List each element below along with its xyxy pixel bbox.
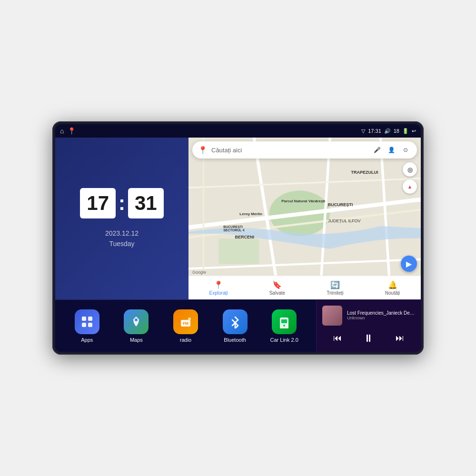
maps-logo-icon: 📍 xyxy=(198,146,208,155)
svg-rect-13 xyxy=(82,323,86,327)
saved-label: Salvate xyxy=(269,290,285,296)
location-icon[interactable]: 📍 xyxy=(68,127,76,135)
radio-icon: FM xyxy=(173,309,198,334)
clock-colon: : xyxy=(119,192,125,215)
send-label: Trimiteți xyxy=(327,290,343,296)
svg-point-18 xyxy=(188,317,191,320)
map-nav-news[interactable]: 🔔 Noutăți xyxy=(381,278,404,298)
search-actions: 🎤 👤 ⊙ xyxy=(371,144,411,156)
play-pause-button[interactable]: ⏸ xyxy=(359,330,377,347)
time-display: 17:31 xyxy=(368,128,381,134)
map-bottom-nav: 📍 Explorați 🔖 Salvate 🔄 Trimiteți � xyxy=(188,276,421,299)
apps-area: Apps Maps xyxy=(55,300,316,352)
clock-panel: 17 : 31 2023.12.12 Tuesday xyxy=(55,138,188,299)
apps-label: Apps xyxy=(81,337,93,343)
map-search-bar[interactable]: 📍 Căutați aici 🎤 👤 ⊙ xyxy=(192,141,417,159)
map-label-bucuresti: BUCUREȘTI xyxy=(328,202,353,207)
next-button[interactable]: ⏭ xyxy=(392,331,408,345)
status-right: ▽ 17:31 🔊 18 🔋 ↩ xyxy=(361,128,416,134)
clock-minute: 31 xyxy=(128,188,164,218)
navigate-btn[interactable]: ▶ xyxy=(401,256,417,272)
map-background xyxy=(188,138,421,299)
carlink-icon xyxy=(272,309,297,334)
music-controls: ⏮ ⏸ ⏭ xyxy=(322,330,415,347)
explore-label: Explorați xyxy=(209,290,228,296)
svg-point-15 xyxy=(135,318,138,321)
map-nav-saved[interactable]: 🔖 Salvate xyxy=(266,278,289,298)
map-label-leroy: Leroy Merlin xyxy=(239,212,262,216)
app-apps[interactable]: Apps xyxy=(70,309,104,343)
svg-text:FM: FM xyxy=(183,321,188,326)
app-bluetooth[interactable]: Bluetooth xyxy=(218,309,252,343)
map-panel[interactable]: TRAPEZULUI BUCUREȘTI JUDEȚUL ILFOV BERCE… xyxy=(188,138,421,299)
battery-icon: 🔋 xyxy=(402,128,409,134)
album-art xyxy=(322,306,342,326)
app-maps[interactable]: Maps xyxy=(119,309,153,343)
signal-strength: 18 xyxy=(394,128,399,134)
device-frame: ⌂ 📍 ▽ 17:31 🔊 18 🔋 ↩ 17 : xyxy=(52,121,424,355)
music-title: Lost Frequencies_Janieck Devy-... xyxy=(347,310,415,316)
news-label: Noutăți xyxy=(385,290,400,296)
account-icon[interactable]: 👤 xyxy=(386,144,397,156)
map-label-sector4: BUCUREȘTISECTORUL 4 xyxy=(223,225,244,232)
layers-icon[interactable]: ⊙ xyxy=(400,144,411,156)
volume-icon: 🔊 xyxy=(384,128,391,134)
top-row: 17 : 31 2023.12.12 Tuesday xyxy=(55,138,421,299)
google-watermark: Google xyxy=(192,270,206,275)
music-panel: Lost Frequencies_Janieck Devy-... Unknow… xyxy=(316,300,421,352)
map-controls: ◎ ▲ xyxy=(403,162,417,194)
status-bar: ⌂ 📍 ▽ 17:31 🔊 18 🔋 ↩ xyxy=(55,124,421,138)
signal-icon: ▽ xyxy=(361,128,365,134)
back-icon[interactable]: ↩ xyxy=(412,128,416,134)
voice-search-icon[interactable]: 🎤 xyxy=(371,144,383,156)
search-placeholder[interactable]: Căutați aici xyxy=(211,147,367,154)
home-icon[interactable]: ⌂ xyxy=(60,127,64,135)
map-label-parcul: Parcul Natural Văcărești xyxy=(281,199,325,203)
map-label-trapezului: TRAPEZULUI xyxy=(351,170,378,175)
bluetooth-icon xyxy=(223,309,248,334)
clock-display: 17 : 31 xyxy=(80,188,163,218)
prev-button[interactable]: ⏮ xyxy=(329,331,346,345)
svg-rect-2 xyxy=(218,239,259,264)
svg-rect-12 xyxy=(88,317,92,321)
maps-icon xyxy=(124,309,149,334)
svg-rect-20 xyxy=(281,319,287,323)
map-nav-send[interactable]: 🔄 Trimiteți xyxy=(323,278,347,298)
music-info: Lost Frequencies_Janieck Devy-... Unknow… xyxy=(322,306,415,326)
svg-point-21 xyxy=(283,325,285,327)
svg-rect-11 xyxy=(82,317,86,321)
map-nav-explore[interactable]: 📍 Explorați xyxy=(206,278,232,298)
saved-icon: 🔖 xyxy=(272,280,282,289)
news-icon: 🔔 xyxy=(388,280,397,289)
bottom-row: Apps Maps xyxy=(55,299,421,352)
app-carlink[interactable]: Car Link 2.0 xyxy=(268,309,301,343)
bluetooth-label: Bluetooth xyxy=(224,337,246,343)
main-content: 17 : 31 2023.12.12 Tuesday xyxy=(55,138,421,352)
send-icon: 🔄 xyxy=(330,280,340,289)
svg-rect-14 xyxy=(88,323,92,327)
map-label-berceni: BERCENI xyxy=(235,235,255,239)
clock-date: 2023.12.12 Tuesday xyxy=(105,228,139,249)
screen: ⌂ 📍 ▽ 17:31 🔊 18 🔋 ↩ 17 : xyxy=(55,124,421,352)
carlink-label: Car Link 2.0 xyxy=(270,337,298,343)
music-artist: Unknown xyxy=(347,316,415,320)
apps-icon xyxy=(75,309,99,334)
clock-hour: 17 xyxy=(80,188,116,218)
map-label-ilfov: JUDEȚUL ILFOV xyxy=(328,218,361,223)
album-art-image xyxy=(322,306,342,326)
explore-icon: 📍 xyxy=(214,280,223,289)
location-btn[interactable]: ◎ xyxy=(403,162,417,177)
app-radio[interactable]: FM radio xyxy=(169,309,202,343)
music-text: Lost Frequencies_Janieck Devy-... Unknow… xyxy=(347,310,415,320)
radio-label: radio xyxy=(180,337,191,343)
compass-btn[interactable]: ▲ xyxy=(403,179,417,194)
status-left: ⌂ 📍 xyxy=(60,127,76,135)
maps-label: Maps xyxy=(130,337,143,343)
